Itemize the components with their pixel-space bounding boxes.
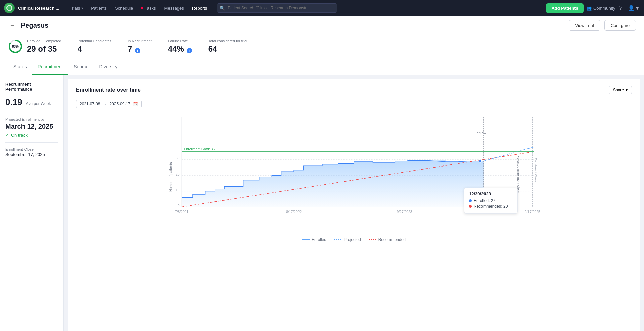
svg-text:7/8/2021: 7/8/2021 <box>175 210 189 214</box>
date-from: 2021-07-08 <box>80 102 100 106</box>
svg-text:8/17/2022: 8/17/2022 <box>286 210 302 214</box>
page-header: ← Pegasus View Trial Configure <box>0 16 644 35</box>
in-recruitment-value: 7 <box>128 44 132 53</box>
tasks-dot <box>141 7 143 9</box>
enrolled-legend-label: Enrolled <box>312 237 326 242</box>
enrollment-close-section: Enrollment Close: September 17, 2025 <box>5 147 58 157</box>
svg-text:20: 20 <box>176 173 180 176</box>
svg-text:9/17/2025: 9/17/2025 <box>525 210 540 214</box>
back-button[interactable]: ← <box>8 20 17 30</box>
tooltip-enrolled-value: Enrolled: 27 <box>474 198 495 203</box>
page-title: Pegasus <box>21 21 565 29</box>
stats-bar: 83% Enrolled / Completed 29 of 35 Potent… <box>0 35 644 59</box>
user-menu-button[interactable]: 👤 ▾ <box>627 4 640 13</box>
legend-enrolled: Enrolled <box>302 237 326 242</box>
enrollment-chart: 0 10 20 30 Enrollment Goal: 35 <box>76 114 632 235</box>
top-navigation: Clinical Research ... Trials ▾ Patients … <box>0 0 644 16</box>
nav-patients[interactable]: Patients <box>87 0 111 16</box>
nav-schedule[interactable]: Schedule <box>111 0 137 16</box>
projected-legend-label: Projected <box>344 237 361 242</box>
search-input[interactable] <box>217 3 337 13</box>
svg-text:Today: Today <box>477 131 486 135</box>
total-value: 64 <box>208 44 217 53</box>
projected-title: Projected Enrollment by: <box>5 117 58 121</box>
share-button[interactable]: Share ▾ <box>609 86 632 94</box>
community-button[interactable]: 👥 Community <box>586 6 615 11</box>
nav-tasks[interactable]: Tasks <box>137 0 160 16</box>
svg-text:10: 10 <box>176 188 180 192</box>
potential-value: 4 <box>78 44 82 53</box>
svg-text:Number of patients: Number of patients <box>169 162 173 192</box>
tab-recruitment[interactable]: Recruitment <box>32 59 68 75</box>
enrolled-label: Enrolled / Completed <box>27 39 61 43</box>
stat-enrolled: 83% Enrolled / Completed 29 of 35 <box>8 39 61 54</box>
tabs-bar: Status Recruitment Source Diversity <box>0 59 644 75</box>
stat-total: Total considered for trial 64 <box>208 39 247 54</box>
on-track-label: On track <box>11 133 28 138</box>
in-recruitment-info-icon[interactable]: i <box>135 48 140 53</box>
projected-date: March 12, 2025 <box>5 123 58 130</box>
recommended-line-icon <box>369 239 376 240</box>
tab-status[interactable]: Status <box>8 59 32 75</box>
app-logo[interactable] <box>4 3 15 13</box>
nav-reports[interactable]: Reports <box>188 0 212 16</box>
legend-projected: Projected <box>334 237 361 242</box>
enrolled-line-icon <box>302 239 310 240</box>
enrollment-progress-circle: 83% <box>8 39 23 54</box>
stat-in-recruitment: In Recruitment 7 i <box>128 39 152 54</box>
nav-messages[interactable]: Messages <box>160 0 188 16</box>
recommended-legend-label: Recommended <box>378 237 406 242</box>
chart-header: Enrollment rate over time Share ▾ <box>76 86 632 94</box>
nav-trials[interactable]: Trials ▾ <box>65 0 87 16</box>
divider-2 <box>5 142 58 143</box>
enrolled-value: 29 of 35 <box>27 44 57 53</box>
recommended-dot <box>469 205 472 208</box>
projected-line-icon <box>334 239 342 240</box>
chevron-down-icon: ▾ <box>81 6 83 10</box>
chevron-down-icon: ▾ <box>626 88 628 92</box>
failure-info-icon[interactable]: i <box>187 48 192 53</box>
svg-text:9/27/2023: 9/27/2023 <box>397 210 412 214</box>
date-range-picker[interactable]: 2021-07-08 → 2025-09-17 📅 <box>76 100 142 108</box>
app-name: Clinical Research ... <box>18 6 59 11</box>
view-trial-button[interactable]: View Trial <box>569 20 600 31</box>
nav-right-actions: Add Patients 👥 Community ? 👤 ▾ <box>546 3 640 13</box>
add-patients-button[interactable]: Add Patients <box>546 3 583 13</box>
potential-label: Potential Candidates <box>78 39 112 43</box>
svg-text:Projected Enrollment Close: Projected Enrollment Close <box>517 155 520 193</box>
date-to: 2025-09-17 <box>109 102 130 106</box>
search-icon: 🔍 <box>220 6 225 11</box>
enrollment-close-date: September 17, 2025 <box>5 152 58 157</box>
tab-source[interactable]: Source <box>68 59 94 75</box>
svg-text:Enrollment Goal: 35: Enrollment Goal: 35 <box>184 147 215 151</box>
failure-label: Failure Rate <box>168 39 192 43</box>
main-content: Recruitment Performance 0.19 Avg per Wee… <box>0 75 644 331</box>
arrow-icon: → <box>103 102 107 106</box>
in-recruitment-label: In Recruitment <box>128 39 152 43</box>
help-button[interactable]: ? <box>618 4 624 12</box>
divider-1 <box>5 112 58 112</box>
tooltip-recommended-value: Recommended: 20 <box>474 204 508 209</box>
share-label: Share <box>613 88 624 92</box>
patient-search-container: 🔍 <box>217 3 337 13</box>
on-track-badge: ✓ On track <box>5 132 58 138</box>
stat-potential: Potential Candidates 4 <box>78 39 112 54</box>
legend-recommended: Recommended <box>369 237 406 242</box>
community-icon: 👥 <box>586 6 592 11</box>
chart-title: Enrollment rate over time <box>76 87 141 93</box>
configure-button[interactable]: Configure <box>604 20 636 31</box>
avg-label: Avg per Week <box>26 101 51 106</box>
avg-per-week-stat: 0.19 Avg per Week <box>5 97 58 107</box>
svg-text:Enrollment Close: Enrollment Close <box>534 158 538 182</box>
failure-value: 44% <box>168 44 184 53</box>
tab-diversity[interactable]: Diversity <box>94 59 123 75</box>
left-panel: Recruitment Performance 0.19 Avg per Wee… <box>0 75 64 331</box>
calendar-icon: 📅 <box>133 102 138 106</box>
chart-svg: 0 10 20 30 Enrollment Goal: 35 <box>76 114 632 221</box>
tooltip-recommended-row: Recommended: 20 <box>469 204 513 209</box>
svg-text:30: 30 <box>176 156 180 160</box>
percent-text: 83% <box>12 45 19 48</box>
chart-area: Enrollment rate over time Share ▾ 2021-0… <box>68 79 640 331</box>
svg-text:0: 0 <box>178 204 180 208</box>
svg-line-15 <box>484 147 534 161</box>
